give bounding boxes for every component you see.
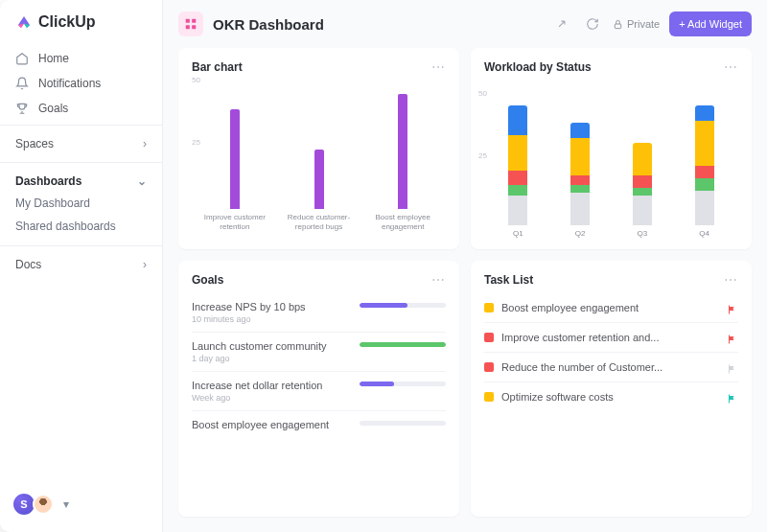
status-square-icon xyxy=(484,392,494,402)
bar-column: Improve customer retention xyxy=(201,109,268,238)
y-tick: 25 xyxy=(192,138,200,147)
section-docs: Docs › xyxy=(0,245,162,283)
clickup-logo-icon xyxy=(15,13,33,31)
section-label: Spaces xyxy=(15,137,54,150)
bar-segment xyxy=(570,123,590,138)
flag-icon[interactable] xyxy=(727,302,738,313)
bar-label: Q4 xyxy=(699,229,709,238)
spaces-header[interactable]: Spaces › xyxy=(0,133,162,154)
task-row[interactable]: Boost employee engagement xyxy=(484,293,738,323)
chevron-down-icon: ⌄ xyxy=(137,174,147,188)
task-name: Improve customer retention and... xyxy=(501,332,719,343)
section-label: Dashboards xyxy=(15,174,81,188)
goal-row[interactable]: Increase NPS by 10 bps10 minutes ago xyxy=(192,293,446,333)
stacked-bar-chart-plot: 2550Q1Q2Q3Q4 xyxy=(484,81,738,238)
nav-notifications[interactable]: Notifications xyxy=(0,71,162,96)
bar-segment xyxy=(633,143,652,175)
goal-row[interactable]: Launch customer community1 day ago xyxy=(192,333,446,372)
brand[interactable]: ClickUp xyxy=(0,13,162,42)
bar-segment xyxy=(508,171,527,186)
refresh-icon[interactable] xyxy=(582,13,603,35)
stacked-bar xyxy=(508,105,527,225)
bar-segment xyxy=(508,185,527,195)
brand-name: ClickUp xyxy=(38,13,96,31)
stacked-bar xyxy=(570,123,590,225)
more-icon[interactable]: ⋯ xyxy=(431,272,446,288)
bar-segment xyxy=(570,193,590,225)
lock-icon xyxy=(613,19,623,30)
stacked-bar-column: Q1 xyxy=(494,105,543,238)
dashboards-header[interactable]: Dashboards ⌄ xyxy=(0,171,162,192)
progress-bar xyxy=(360,382,446,386)
stacked-bar xyxy=(695,105,714,225)
svg-rect-1 xyxy=(192,19,196,23)
bar-segment xyxy=(508,135,527,170)
bar-chart-plot: 2550Improve customer retentionReduce cus… xyxy=(192,81,446,238)
card-tasks: Task List ⋯ Boost employee engagementImp… xyxy=(471,261,752,517)
sidebar-item-my-dashboard[interactable]: My Dashboard xyxy=(0,192,162,215)
y-tick: 25 xyxy=(478,151,487,160)
progress-fill xyxy=(360,303,407,308)
bar-segment xyxy=(508,105,527,135)
chevron-right-icon: › xyxy=(143,258,147,271)
svg-rect-3 xyxy=(192,25,196,29)
bar-segment xyxy=(570,138,590,175)
bar-label: Q1 xyxy=(513,229,523,238)
card-title: Workload by Status xyxy=(484,60,592,74)
y-tick: 50 xyxy=(192,76,200,84)
expand-icon[interactable] xyxy=(551,13,572,35)
tasks-list: Boost employee engagementImprove custome… xyxy=(484,293,738,411)
task-row[interactable]: Reduce the number of Customer... xyxy=(484,353,738,382)
privacy-label: Private xyxy=(627,18,660,30)
flag-icon[interactable] xyxy=(727,361,738,373)
progress-bar xyxy=(360,342,446,347)
card-title: Bar chart xyxy=(192,60,243,74)
progress-bar xyxy=(360,421,446,426)
privacy-indicator[interactable]: Private xyxy=(613,18,660,30)
dashboard-grid-icon xyxy=(178,12,203,36)
nav-home[interactable]: Home xyxy=(0,46,162,71)
chevron-right-icon: › xyxy=(143,137,147,150)
goal-row[interactable]: Increase net dollar retentionWeek ago xyxy=(192,372,446,411)
status-square-icon xyxy=(484,303,494,312)
task-name: Optimize software costs xyxy=(501,391,719,403)
add-widget-button[interactable]: + Add Widget xyxy=(669,12,752,36)
goals-list: Increase NPS by 10 bps10 minutes agoLaun… xyxy=(192,293,446,450)
more-icon[interactable]: ⋯ xyxy=(431,59,446,75)
bar-segment xyxy=(508,196,527,225)
flag-icon[interactable] xyxy=(727,391,738,403)
progress-fill xyxy=(360,382,394,386)
sidebar-item-shared-dashboards[interactable]: Shared dashboards xyxy=(0,215,162,238)
svg-rect-2 xyxy=(186,25,190,29)
topbar: OKR Dashboard Private + Add Widget xyxy=(163,0,767,48)
bar-label: Reduce customer-reported bugs xyxy=(286,213,353,238)
sidebar-footer: S ▾ xyxy=(0,486,162,522)
bar-column: Boost employee engagement xyxy=(369,94,436,238)
goal-time: 1 day ago xyxy=(192,354,446,363)
flag-icon[interactable] xyxy=(727,332,738,343)
goal-row[interactable]: Boost employee engagement xyxy=(192,411,446,450)
card-bar-chart: Bar chart ⋯ 2550Improve customer retenti… xyxy=(178,48,459,249)
app-window: ClickUp Home Notifications Goals Spaces … xyxy=(0,0,767,532)
bar-label: Q3 xyxy=(638,229,648,238)
avatar[interactable]: S xyxy=(13,494,35,515)
nav-goals[interactable]: Goals xyxy=(0,96,162,121)
task-row[interactable]: Optimize software costs xyxy=(484,382,738,411)
stacked-bar-column: Q3 xyxy=(618,143,667,238)
bar xyxy=(314,150,324,209)
task-row[interactable]: Improve customer retention and... xyxy=(484,323,738,353)
nav-label: Home xyxy=(38,52,69,65)
bar-segment xyxy=(633,196,652,225)
bar-segment xyxy=(695,121,714,166)
nav-list: Home Notifications Goals xyxy=(0,42,162,125)
goal-time: Week ago xyxy=(192,393,446,403)
chevron-down-icon[interactable]: ▾ xyxy=(63,497,69,511)
avatar[interactable] xyxy=(33,494,54,515)
bar-label: Improve customer retention xyxy=(201,213,268,238)
stacked-bar xyxy=(633,143,652,225)
more-icon[interactable]: ⋯ xyxy=(724,272,738,288)
more-icon[interactable]: ⋯ xyxy=(724,59,738,75)
docs-header[interactable]: Docs › xyxy=(0,254,162,275)
bar-column: Reduce customer-reported bugs xyxy=(286,150,353,238)
main-area: OKR Dashboard Private + Add Widget Bar c… xyxy=(163,0,767,532)
